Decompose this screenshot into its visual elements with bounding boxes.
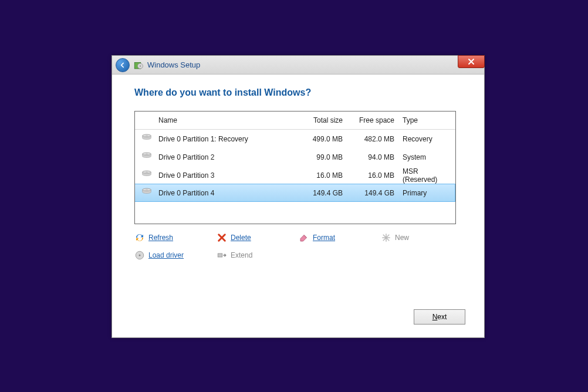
page-heading: Where do you want to install Windows? bbox=[134, 87, 462, 98]
cell-free: 149.4 GB bbox=[349, 189, 400, 197]
new-icon bbox=[381, 232, 391, 243]
setup-window: Windows Setup Where do you want to insta… bbox=[111, 55, 485, 338]
load-driver-action[interactable]: Load driver bbox=[134, 250, 217, 261]
footer: Next bbox=[414, 309, 465, 325]
action-bar: Refresh Delete Format New Load driver Ex… bbox=[134, 232, 462, 261]
setup-disc-icon bbox=[133, 60, 144, 70]
cell-type: MSR (Reserved) bbox=[400, 167, 456, 184]
partition-table: Name Total size Free space Type Drive 0 … bbox=[134, 111, 456, 224]
cell-type: Primary bbox=[400, 189, 456, 197]
table-row[interactable]: Drive 0 Partition 299.0 MB94.0 MBSystem bbox=[135, 148, 455, 166]
svg-point-5 bbox=[146, 135, 148, 136]
back-button[interactable] bbox=[116, 58, 130, 72]
cell-free: 16.0 MB bbox=[349, 171, 400, 180]
refresh-action[interactable]: Refresh bbox=[134, 232, 217, 243]
drive-icon bbox=[135, 170, 158, 181]
titlebar: Windows Setup bbox=[112, 56, 484, 75]
new-action[interactable]: New bbox=[381, 232, 463, 243]
back-arrow-icon bbox=[119, 61, 127, 69]
cell-type: Recovery bbox=[400, 135, 456, 143]
drive-icon bbox=[135, 188, 158, 198]
format-icon bbox=[299, 232, 309, 243]
next-button[interactable]: Next bbox=[414, 309, 465, 325]
table-row[interactable]: Drive 0 Partition 4149.4 GB149.4 GBPrima… bbox=[134, 184, 455, 202]
cell-name: Drive 0 Partition 4 bbox=[158, 189, 297, 197]
cell-total: 99.0 MB bbox=[297, 153, 349, 161]
extend-icon bbox=[217, 250, 227, 261]
close-icon bbox=[468, 58, 475, 65]
table-row[interactable]: Drive 0 Partition 1: Recovery499.0 MB482… bbox=[135, 130, 455, 148]
col-header-type[interactable]: Type bbox=[400, 116, 456, 124]
table-header: Name Total size Free space Type bbox=[135, 111, 455, 130]
drive-icon bbox=[135, 152, 158, 163]
extend-action[interactable]: Extend bbox=[217, 250, 299, 261]
svg-point-2 bbox=[140, 65, 141, 66]
format-action[interactable]: Format bbox=[299, 232, 381, 243]
cell-type: System bbox=[400, 153, 456, 161]
window-title: Windows Setup bbox=[147, 60, 200, 69]
cell-name: Drive 0 Partition 2 bbox=[158, 153, 297, 161]
disc-icon bbox=[134, 250, 145, 261]
col-header-name[interactable]: Name bbox=[158, 116, 297, 124]
delete-icon bbox=[217, 232, 227, 243]
cell-free: 94.0 MB bbox=[349, 153, 400, 161]
content-area: Where do you want to install Windows? Na… bbox=[112, 75, 484, 271]
cell-total: 16.0 MB bbox=[297, 171, 349, 180]
svg-point-8 bbox=[146, 153, 148, 154]
col-header-total[interactable]: Total size bbox=[297, 116, 349, 124]
svg-rect-17 bbox=[218, 254, 222, 257]
refresh-icon bbox=[134, 232, 145, 243]
drive-icon bbox=[135, 134, 158, 144]
svg-point-11 bbox=[146, 171, 148, 172]
close-button[interactable] bbox=[458, 55, 485, 68]
cell-name: Drive 0 Partition 3 bbox=[158, 171, 297, 180]
col-header-free[interactable]: Free space bbox=[349, 116, 400, 124]
delete-action[interactable]: Delete bbox=[217, 232, 299, 243]
svg-point-16 bbox=[139, 255, 141, 256]
cell-free: 482.0 MB bbox=[349, 135, 400, 143]
svg-point-14 bbox=[146, 189, 148, 190]
cell-total: 499.0 MB bbox=[297, 135, 349, 143]
table-row[interactable]: Drive 0 Partition 316.0 MB16.0 MBMSR (Re… bbox=[135, 166, 455, 184]
cell-name: Drive 0 Partition 1: Recovery bbox=[158, 135, 297, 143]
cell-total: 149.4 GB bbox=[297, 189, 349, 197]
